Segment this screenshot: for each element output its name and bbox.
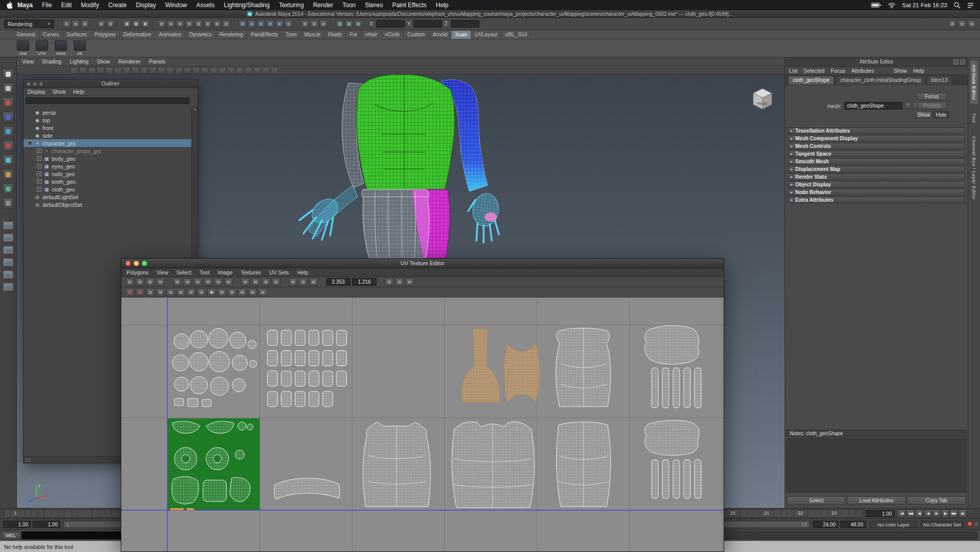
expand-toggle-icon[interactable] <box>28 141 32 145</box>
shelf-button[interactable]: UTE <box>34 40 50 57</box>
use-all-lights-icon[interactable] <box>219 67 226 74</box>
uv-menu-item[interactable]: Select <box>177 269 191 275</box>
two-panes-stacked-icon[interactable] <box>2 245 14 255</box>
node-swatch-icon[interactable] <box>905 102 911 109</box>
step-back-frame-icon[interactable]: ◀◀ <box>906 509 914 518</box>
shelf-button[interactable]: Hshd <box>53 40 69 57</box>
image-display-toggle-icon[interactable] <box>187 288 195 296</box>
shelf-tab[interactable]: Fluids <box>324 31 346 39</box>
paste-v-only-icon[interactable] <box>177 288 185 296</box>
depth-of-field-icon[interactable] <box>262 67 270 74</box>
macos-menu-item[interactable]: Paint Effects <box>387 2 431 9</box>
attribute-editor-menu-item[interactable]: Help <box>913 68 924 74</box>
view-cube[interactable]: FRONT <box>748 84 777 115</box>
attribute-editor-header[interactable]: Attribute Editor <box>785 57 968 67</box>
pixel-snap-icon[interactable] <box>228 288 236 296</box>
presets-button[interactable]: Presets <box>917 102 947 110</box>
notes-header[interactable]: Notes: cloth_geoShape <box>786 430 967 437</box>
show-channel-box-icon[interactable] <box>968 20 976 28</box>
spotlight-icon[interactable] <box>954 2 961 9</box>
collapsible-section-header[interactable]: Object Display <box>788 181 965 188</box>
open-scene-icon[interactable] <box>72 20 80 28</box>
shelf-tab[interactable]: Polygons <box>91 31 120 39</box>
notes-textarea[interactable] <box>786 438 967 493</box>
outliner-item[interactable]: body_geo <box>24 155 191 162</box>
sidebar-vertical-tab[interactable]: Channel Box / Layer Editor <box>970 132 978 204</box>
playback-end-field[interactable] <box>813 521 838 528</box>
camera-attributes-icon[interactable] <box>88 67 96 74</box>
shelf-tab[interactable]: Xuan <box>451 31 471 39</box>
zoom-button[interactable] <box>142 261 147 266</box>
wifi-icon[interactable] <box>888 3 896 8</box>
character-set-dropdown[interactable]: No Character Set <box>920 521 964 528</box>
select-handles-icon[interactable] <box>158 20 166 28</box>
dim-image-icon[interactable] <box>207 288 216 296</box>
outliner-item[interactable]: front <box>24 124 191 132</box>
shelf-tab[interactable]: Toon <box>282 31 301 39</box>
menubar-clock[interactable]: Sat 21 Feb 16:23 <box>902 2 947 8</box>
two-panes-side-by-side-icon[interactable] <box>2 232 14 243</box>
shelf-tab[interactable]: Surfaces <box>63 31 91 39</box>
select-joints-icon[interactable] <box>167 20 175 28</box>
show-button[interactable]: Show <box>916 111 932 118</box>
refresh-view-icon[interactable] <box>385 278 394 286</box>
footer-button[interactable]: Select <box>787 496 845 505</box>
outliner-item[interactable]: nails_geo <box>24 170 191 178</box>
shelf-tab[interactable]: Curves <box>39 31 63 39</box>
shelf-tab[interactable]: Deformation <box>120 31 155 39</box>
playback-start-field[interactable] <box>33 521 60 528</box>
construction-history-icon[interactable] <box>319 20 328 28</box>
uv-snapshot-icon[interactable] <box>395 278 404 286</box>
remove-from-isolation-icon[interactable] <box>309 278 318 286</box>
mesh-name-field[interactable] <box>844 102 903 110</box>
uv-menu-item[interactable]: Image <box>217 269 232 275</box>
unpin-all-uvs-icon[interactable] <box>136 288 144 296</box>
expand-toggle-icon[interactable] <box>37 187 41 192</box>
battery-icon[interactable] <box>871 3 881 8</box>
shelf-tab[interactable]: Dynamics <box>186 31 216 39</box>
select-by-component-icon[interactable] <box>141 20 149 28</box>
macos-menu-item[interactable]: Toon <box>338 2 360 9</box>
move-and-sew-icon[interactable] <box>204 278 212 286</box>
lasso-select-tool-icon[interactable] <box>3 83 14 94</box>
shadows-toggle-icon[interactable] <box>227 67 235 74</box>
sidebar-vertical-tab[interactable]: Attribute Editor <box>970 60 978 104</box>
lock-camera-icon[interactable] <box>79 67 87 74</box>
macos-menu-item[interactable]: Edit <box>56 2 76 9</box>
save-scene-icon[interactable] <box>81 20 89 28</box>
select-camera-icon[interactable] <box>71 67 78 74</box>
uv-shell-torso-back[interactable] <box>556 422 611 506</box>
shelf-tab[interactable]: Arnold <box>429 31 451 39</box>
grid-toggle-icon[interactable] <box>405 278 414 286</box>
uv-shell-vest-back[interactable] <box>452 422 534 508</box>
rotate-uv-cw-icon[interactable] <box>156 278 165 286</box>
align-max-u-icon[interactable] <box>251 278 260 286</box>
macos-menu-item[interactable]: Window <box>161 2 192 9</box>
go-to-start-icon[interactable]: |◀ <box>898 509 906 518</box>
show-manipulator-icon[interactable] <box>3 183 14 195</box>
select-surfaces-icon[interactable] <box>185 20 193 28</box>
outliner-titlebar[interactable]: Outliner <box>24 80 198 88</box>
expand-toggle-icon[interactable] <box>37 148 41 153</box>
sew-uv-edges-icon[interactable] <box>193 278 202 286</box>
shelf-tab[interactable]: Fur <box>346 31 361 39</box>
macos-menu-item[interactable]: Create <box>103 2 131 9</box>
collapsible-section-header[interactable]: Node Behavior <box>788 189 965 196</box>
axis-input[interactable] <box>413 20 442 28</box>
close-button[interactable] <box>125 261 131 266</box>
collapsible-section-header[interactable]: Render Stats <box>788 174 965 180</box>
command-line-language-button[interactable]: MEL <box>2 532 19 539</box>
shelf-button[interactable]: Outl <box>15 40 31 57</box>
uv-v-coordinate-field[interactable] <box>352 278 377 286</box>
gate-mask-icon[interactable] <box>158 67 165 74</box>
shelf-tab[interactable]: sIBL_GUI <box>502 31 531 39</box>
attribute-editor-menu-item[interactable]: Focus <box>831 68 845 74</box>
attribute-editor-menu-item[interactable]: Show <box>894 68 907 74</box>
step-back-key-icon[interactable]: ◀| <box>915 509 923 518</box>
two-d-pan-zoom-icon[interactable] <box>114 67 122 74</box>
uv-menu-item[interactable]: Help <box>297 269 309 275</box>
outliner-item[interactable]: top <box>24 116 191 124</box>
uv-canvas[interactable] <box>121 298 724 551</box>
outliner-item[interactable]: cloth_geo <box>24 185 191 193</box>
universal-manipulator-icon[interactable] <box>3 155 14 166</box>
